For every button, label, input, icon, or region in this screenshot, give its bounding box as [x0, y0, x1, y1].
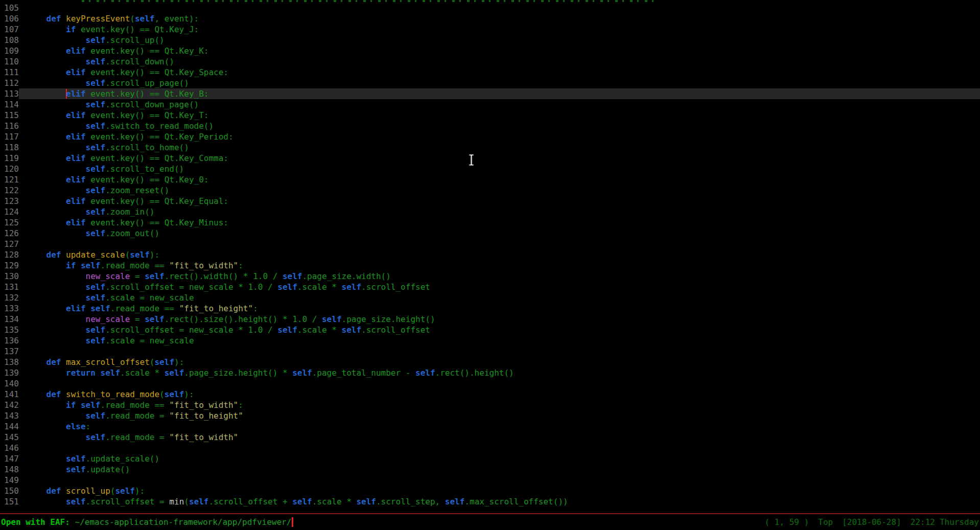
code-line[interactable]: 135 self.scroll_offset = new_scale * 1.0…	[0, 325, 980, 335]
code-line-text	[27, 239, 980, 249]
line-number: 136	[0, 335, 19, 346]
code-line-text: self.read_mode = "fit_to_height"	[27, 410, 980, 421]
code-line[interactable]: 148 self.update()	[0, 464, 980, 475]
code-line[interactable]: 131 self.scroll_offset = new_scale * 1.0…	[0, 282, 980, 292]
code-line-text: self.scroll_to_end()	[27, 164, 980, 174]
code-line[interactable]: 137	[0, 346, 980, 357]
code-line[interactable]: 115 elif event.key() == Qt.Key_T:	[0, 110, 980, 121]
line-number: 132	[0, 292, 19, 303]
code-line[interactable]: 126 self.zoom_out()	[0, 228, 980, 239]
line-number: 113	[0, 88, 19, 99]
code-line-text: elif event.key() == Qt.Key_Minus:	[27, 217, 980, 228]
line-number: 126	[0, 228, 19, 239]
status-time: 22:12	[911, 517, 935, 527]
code-line[interactable]: 112 self.scroll_up_page()	[0, 78, 980, 88]
line-number: 124	[0, 206, 19, 217]
code-line[interactable]: 151 self.scroll_offset = min(self.scroll…	[0, 496, 980, 507]
line-number: 142	[0, 400, 19, 410]
line-number: 130	[0, 271, 19, 282]
code-line[interactable]: 123 elif event.key() == Qt.Key_Equal:	[0, 196, 980, 206]
line-number: 121	[0, 174, 19, 185]
code-line[interactable]: 111 elif event.key() == Qt.Key_Space:	[0, 67, 980, 78]
code-line[interactable]: 108 self.scroll_up()	[0, 35, 980, 45]
code-line[interactable]: 138 def max_scroll_offset(self):	[0, 357, 980, 367]
code-line-text	[27, 443, 980, 453]
line-number: 114	[0, 99, 19, 110]
code-line-text: self.scroll_up_page()	[27, 78, 980, 88]
line-number: 146	[0, 443, 19, 453]
code-line[interactable]: 147 self.update_scale()	[0, 453, 980, 464]
code-line[interactable]: 134 new_scale = self.rect().size().heigh…	[0, 314, 980, 325]
code-line-text: self.scroll_offset = new_scale * 1.0 / s…	[27, 282, 980, 292]
code-line[interactable]: 125 elif event.key() == Qt.Key_Minus:	[0, 217, 980, 228]
code-line[interactable]: 114 self.scroll_down_page()	[0, 99, 980, 110]
code-line[interactable]: 122 self.zoom_reset()	[0, 185, 980, 196]
code-line[interactable]: 144 else:	[0, 421, 980, 432]
code-line-text: def update_scale(self):	[27, 249, 980, 260]
echo-area: Open with EAF: ~/emacs-application-frame…	[0, 514, 980, 530]
code-line[interactable]: 150 def scroll_up(self):	[0, 486, 980, 496]
line-number: 145	[0, 432, 19, 443]
code-line-text: def max_scroll_offset(self):	[27, 357, 980, 367]
cursor-position: ( 1, 59 )	[765, 517, 809, 527]
code-line-text: self.scroll_offset = min(self.scroll_off…	[27, 496, 980, 507]
code-line[interactable]: 143 self.read_mode = "fit_to_height"	[0, 410, 980, 421]
line-number: 111	[0, 67, 19, 78]
code-line-text: new_scale = self.rect().size().height() …	[27, 314, 980, 325]
code-line[interactable]: 145 self.read_mode = "fit_to_width"	[0, 432, 980, 443]
code-line[interactable]: 149	[0, 475, 980, 486]
code-line-text: self.scale = new_scale	[27, 335, 980, 346]
code-line-text: elif self.read_mode == "fit_to_height":	[27, 303, 980, 314]
status-info: ( 1, 59 )Top[2018-06-28]22:12Thursday	[735, 506, 979, 530]
text-ibeam-cursor	[469, 154, 475, 166]
code-line[interactable]: 127	[0, 239, 980, 249]
line-number: 122	[0, 185, 19, 196]
code-buffer[interactable]: 105106 def keyPressEvent(self, event):10…	[0, 0, 980, 513]
code-line[interactable]: 146	[0, 443, 980, 453]
code-line-text: self.scroll_offset = new_scale * 1.0 / s…	[27, 325, 980, 335]
code-line[interactable]: 119 elif event.key() == Qt.Key_Comma:	[0, 153, 980, 164]
code-line-text: def keyPressEvent(self, event):	[27, 13, 980, 24]
line-number: 125	[0, 217, 19, 228]
status-day: Thursday	[940, 517, 979, 527]
code-line[interactable]: 141 def switch_to_read_mode(self):	[0, 389, 980, 400]
code-line[interactable]: 129 if self.read_mode == "fit_to_width":	[0, 260, 980, 271]
code-line-text: return self.scale * self.page_size.heigh…	[27, 367, 980, 378]
line-number: 106	[0, 13, 19, 24]
code-line[interactable]: 142 if self.read_mode == "fit_to_width":	[0, 400, 980, 410]
code-line[interactable]: 116 self.switch_to_read_mode()	[0, 121, 980, 131]
code-line[interactable]: 139 return self.scale * self.page_size.h…	[0, 367, 980, 378]
code-line[interactable]: 110 self.scroll_down()	[0, 56, 980, 67]
code-line[interactable]: 120 self.scroll_to_end()	[0, 164, 980, 174]
code-line[interactable]: 132 self.scale = new_scale	[0, 292, 980, 303]
code-line[interactable]: 121 elif event.key() == Qt.Key_0:	[0, 174, 980, 185]
line-number: 118	[0, 142, 19, 153]
code-line[interactable]: 136 self.scale = new_scale	[0, 335, 980, 346]
code-line[interactable]: 124 self.zoom_in()	[0, 206, 980, 217]
code-line[interactable]: 133 elif self.read_mode == "fit_to_heigh…	[0, 303, 980, 314]
code-line-text: def switch_to_read_mode(self):	[27, 389, 980, 400]
code-line[interactable]: 118 self.scroll_to_home()	[0, 142, 980, 153]
line-number: 127	[0, 239, 19, 249]
code-line-text: self.update()	[27, 464, 980, 475]
minibuffer-input[interactable]: ~/emacs-application-framework/app/pdfvie…	[75, 517, 292, 527]
code-line[interactable]: 117 elif event.key() == Qt.Key_Period:	[0, 131, 980, 142]
code-line[interactable]: 105	[0, 3, 980, 13]
emacs-frame: 105106 def keyPressEvent(self, event):10…	[0, 0, 980, 530]
code-line[interactable]: 128 def update_scale(self):	[0, 249, 980, 260]
code-line[interactable]: 107 if event.key() == Qt.Key_J:	[0, 24, 980, 35]
code-line[interactable]: 109 elif event.key() == Qt.Key_K:	[0, 45, 980, 56]
scroll-position: Top	[818, 517, 833, 527]
code-line[interactable]: 130 new_scale = self.rect().width() * 1.…	[0, 271, 980, 282]
code-line[interactable]: 106 def keyPressEvent(self, event):	[0, 13, 980, 24]
line-number: 123	[0, 196, 19, 206]
code-line-text: self.read_mode = "fit_to_width"	[27, 432, 980, 443]
line-number: 138	[0, 357, 19, 367]
minibuffer[interactable]: Open with EAF: ~/emacs-application-frame…	[1, 517, 293, 527]
code-line[interactable]: 140	[0, 378, 980, 389]
line-number: 128	[0, 249, 19, 260]
code-line[interactable]: 113 elif event.key() == Qt.Key_B:	[0, 88, 980, 99]
line-number: 137	[0, 346, 19, 357]
code-line-text: elif event.key() == Qt.Key_K:	[27, 45, 980, 56]
line-number: 141	[0, 389, 19, 400]
